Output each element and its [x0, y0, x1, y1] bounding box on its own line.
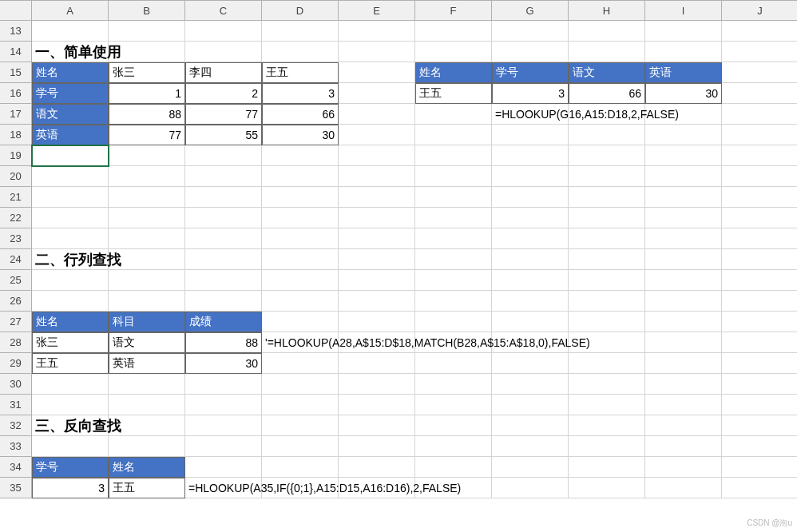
cell-C31[interactable] [185, 395, 262, 415]
cell-G23[interactable] [492, 228, 569, 249]
cell-F21[interactable] [415, 187, 492, 208]
cell-J17[interactable] [722, 104, 797, 125]
s3-hdr-id[interactable]: 学号 [32, 457, 109, 478]
cell-J33[interactable] [722, 436, 797, 457]
cell-E21[interactable] [339, 187, 415, 208]
cell-D14[interactable] [262, 42, 339, 62]
cell-G26[interactable] [492, 291, 569, 312]
cell-I24[interactable] [645, 249, 722, 270]
cell-C22[interactable] [185, 208, 262, 228]
s2-r1-score[interactable]: 88 [185, 332, 262, 353]
cell-F17[interactable] [415, 104, 492, 125]
cell-H20[interactable] [569, 166, 645, 187]
cell-H19[interactable] [569, 145, 645, 166]
cell-J14[interactable] [722, 42, 797, 62]
cell-D19[interactable] [262, 145, 339, 166]
cell-E34[interactable] [339, 457, 415, 478]
cell-F27[interactable] [415, 312, 492, 332]
cell-G33[interactable] [492, 436, 569, 457]
cell-H33[interactable] [569, 436, 645, 457]
cell-D23[interactable] [262, 228, 339, 249]
cell-E20[interactable] [339, 166, 415, 187]
cell-A31[interactable] [32, 395, 109, 415]
cell-c18[interactable]: 55 [185, 125, 262, 145]
cell-J22[interactable] [722, 208, 797, 228]
s2-r2-subj[interactable]: 英语 [109, 353, 185, 374]
cell-A23[interactable] [32, 228, 109, 249]
cell-H25[interactable] [569, 270, 645, 291]
cell-D21[interactable] [262, 187, 339, 208]
cell-H35[interactable] [569, 478, 645, 498]
cell-J30[interactable] [722, 374, 797, 395]
cell-J32[interactable] [722, 415, 797, 436]
cell-E17[interactable] [339, 104, 415, 125]
cell-c15[interactable]: 李四 [185, 62, 262, 83]
cell-B19[interactable] [109, 145, 185, 166]
cell-H18[interactable] [569, 125, 645, 145]
cell-H26[interactable] [569, 291, 645, 312]
cell-A13[interactable] [32, 21, 109, 42]
cell-J18[interactable] [722, 125, 797, 145]
section2-title[interactable]: 二、行列查找 [32, 249, 109, 270]
cell-D33[interactable] [262, 436, 339, 457]
s3-name[interactable]: 王五 [109, 478, 185, 498]
cell-H22[interactable] [569, 208, 645, 228]
row-header-24[interactable]: 24 [0, 249, 32, 270]
cell-E30[interactable] [339, 374, 415, 395]
cell-C20[interactable] [185, 166, 262, 187]
cell-b17[interactable]: 88 [109, 104, 185, 125]
lookup-hdr-chinese[interactable]: 语文 [569, 62, 645, 83]
row-header-26[interactable]: 26 [0, 291, 32, 312]
cell-B26[interactable] [109, 291, 185, 312]
row-header-27[interactable]: 27 [0, 312, 32, 332]
cell-D27[interactable] [262, 312, 339, 332]
lookup-id[interactable]: 3 [492, 83, 569, 104]
cell-A20[interactable] [32, 166, 109, 187]
cell-E29[interactable] [339, 353, 415, 374]
cell-E13[interactable] [339, 21, 415, 42]
cell-G34[interactable] [492, 457, 569, 478]
row-header-20[interactable]: 20 [0, 166, 32, 187]
cell-F26[interactable] [415, 291, 492, 312]
cell-A22[interactable] [32, 208, 109, 228]
cell-I14[interactable] [645, 42, 722, 62]
cell-G13[interactable] [492, 21, 569, 42]
cell-H13[interactable] [569, 21, 645, 42]
cell-E15[interactable] [339, 62, 415, 83]
col-header-A[interactable]: A [32, 0, 109, 21]
cell-J26[interactable] [722, 291, 797, 312]
cell-F23[interactable] [415, 228, 492, 249]
s2-r2-score[interactable]: 30 [185, 353, 262, 374]
cell-G18[interactable] [492, 125, 569, 145]
cell-I33[interactable] [645, 436, 722, 457]
col-header-C[interactable]: C [185, 0, 262, 21]
cell-F30[interactable] [415, 374, 492, 395]
label-chinese[interactable]: 语文 [32, 104, 109, 125]
cell-I23[interactable] [645, 228, 722, 249]
row-header-29[interactable]: 29 [0, 353, 32, 374]
row-header-25[interactable]: 25 [0, 270, 32, 291]
cell-D26[interactable] [262, 291, 339, 312]
cell-B20[interactable] [109, 166, 185, 187]
cell-G14[interactable] [492, 42, 569, 62]
cell-C25[interactable] [185, 270, 262, 291]
cell-B23[interactable] [109, 228, 185, 249]
cell-c16[interactable]: 2 [185, 83, 262, 104]
cell-G31[interactable] [492, 395, 569, 415]
cell-H30[interactable] [569, 374, 645, 395]
cell-I27[interactable] [645, 312, 722, 332]
cell-J16[interactable] [722, 83, 797, 104]
cell-C14[interactable] [185, 42, 262, 62]
cell-G22[interactable] [492, 208, 569, 228]
cell-H21[interactable] [569, 187, 645, 208]
col-header-D[interactable]: D [262, 0, 339, 21]
cell-I22[interactable] [645, 208, 722, 228]
cell-F18[interactable] [415, 125, 492, 145]
cell-H31[interactable] [569, 395, 645, 415]
label-english[interactable]: 英语 [32, 125, 109, 145]
cell-F32[interactable] [415, 415, 492, 436]
cell-I31[interactable] [645, 395, 722, 415]
cell-G30[interactable] [492, 374, 569, 395]
cell-G35[interactable] [492, 478, 569, 498]
cell-E32[interactable] [339, 415, 415, 436]
